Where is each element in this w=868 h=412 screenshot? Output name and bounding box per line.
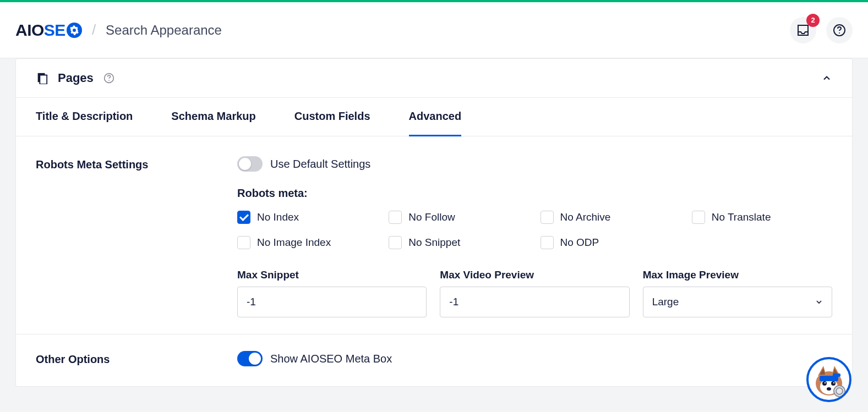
divider	[16, 334, 852, 334]
app-header: AIOSE / Search Appearance 2	[0, 2, 868, 58]
breadcrumb-separator: /	[92, 21, 96, 39]
checkbox	[692, 211, 705, 224]
other-options-label: Other Options	[36, 351, 237, 366]
check-label: No Follow	[408, 211, 455, 223]
section-title: Pages	[58, 71, 94, 85]
max-image-select[interactable]	[643, 287, 832, 317]
meta-box-toggle[interactable]	[237, 351, 263, 366]
check-no-archive[interactable]: No Archive	[541, 211, 681, 224]
check-no-odp[interactable]: No ODP	[541, 236, 681, 249]
check-no-follow[interactable]: No Follow	[389, 211, 529, 224]
robots-meta-heading: Robots meta:	[237, 187, 832, 200]
checkbox	[237, 211, 250, 224]
robots-meta-row: Robots Meta Settings Use Default Setting…	[36, 156, 832, 317]
checkbox	[389, 211, 402, 224]
tab-custom-fields[interactable]: Custom Fields	[294, 98, 370, 136]
svg-line-17	[843, 395, 846, 398]
check-no-index[interactable]: No Index	[237, 211, 378, 224]
max-image-group: Max Image Preview	[643, 269, 832, 317]
check-no-snippet[interactable]: No Snippet	[389, 236, 529, 249]
card-header: Pages	[16, 59, 852, 98]
notifications-button[interactable]: 2	[790, 17, 816, 43]
help-icon	[833, 24, 846, 37]
tab-schema-markup[interactable]: Schema Markup	[171, 98, 255, 136]
toggle-knob	[239, 158, 251, 170]
svg-point-11	[831, 381, 836, 386]
advanced-panel: Robots Meta Settings Use Default Setting…	[16, 136, 852, 386]
check-label: No Image Index	[257, 237, 331, 249]
notification-badge: 2	[806, 14, 820, 27]
max-snippet-group: Max Snippet	[237, 269, 427, 317]
logo-prefix: AIO	[15, 21, 44, 40]
checkbox	[541, 236, 554, 249]
collapse-icon[interactable]	[821, 73, 832, 84]
header-right: 2	[790, 17, 853, 43]
svg-point-13	[833, 382, 834, 383]
default-settings-toggle[interactable]	[237, 156, 263, 172]
logo-suffix: SE	[44, 21, 65, 40]
svg-point-14	[827, 387, 831, 391]
check-no-image-index[interactable]: No Image Index	[237, 236, 378, 249]
meta-box-label: Show AIOSEO Meta Box	[270, 353, 392, 365]
tabs: Title & Description Schema Markup Custom…	[16, 98, 852, 136]
svg-point-10	[822, 381, 827, 386]
aioseo-logo: AIOSE	[15, 21, 82, 40]
max-snippet-input[interactable]	[237, 287, 427, 317]
check-no-translate[interactable]: No Translate	[692, 211, 832, 224]
default-settings-label: Use Default Settings	[270, 158, 370, 171]
check-label: No Snippet	[408, 237, 460, 249]
default-settings-toggle-row: Use Default Settings	[237, 156, 832, 172]
tab-title-description[interactable]: Title & Description	[36, 98, 133, 136]
inbox-icon	[796, 24, 810, 37]
other-options-content: Show AIOSEO Meta Box	[237, 351, 832, 366]
check-label: No Index	[257, 211, 299, 223]
gear-icon	[67, 23, 82, 38]
tab-advanced[interactable]: Advanced	[409, 98, 462, 136]
robots-meta-label: Robots Meta Settings	[36, 156, 237, 317]
max-image-label: Max Image Preview	[643, 269, 832, 281]
checkbox	[541, 211, 554, 224]
check-label: No Translate	[712, 211, 771, 223]
max-image-select-wrap	[643, 287, 832, 317]
content-area: Pages Title & Description Schema Markup …	[0, 58, 868, 387]
svg-rect-9	[833, 373, 840, 377]
robots-meta-content: Use Default Settings Robots meta: No Ind…	[237, 156, 832, 317]
checkbox	[389, 236, 402, 249]
max-video-input[interactable]	[440, 287, 629, 317]
check-label: No ODP	[560, 237, 599, 249]
breadcrumb: Search Appearance	[106, 23, 222, 38]
checkbox	[237, 236, 250, 249]
svg-rect-3	[40, 75, 47, 85]
svg-point-5	[108, 80, 110, 81]
other-options-row: Other Options Show AIOSEO Meta Box	[36, 351, 832, 366]
pages-card: Pages Title & Description Schema Markup …	[15, 58, 853, 387]
help-button[interactable]	[826, 17, 853, 43]
section-help-icon[interactable]	[103, 73, 114, 84]
robots-check-grid: No Index No Follow No Archive No Transla…	[237, 211, 832, 249]
svg-point-1	[839, 32, 840, 34]
assistant-button[interactable]	[806, 357, 851, 402]
max-video-group: Max Video Preview	[440, 269, 629, 317]
max-inputs-grid: Max Snippet Max Video Preview Max Image …	[237, 269, 832, 317]
svg-point-12	[825, 382, 826, 383]
max-snippet-label: Max Snippet	[237, 269, 427, 281]
card-header-left: Pages	[36, 71, 114, 85]
toggle-knob	[249, 353, 261, 365]
meta-box-toggle-row: Show AIOSEO Meta Box	[237, 351, 832, 366]
header-left: AIOSE / Search Appearance	[15, 21, 222, 40]
check-label: No Archive	[560, 211, 611, 223]
assistant-avatar-icon	[810, 360, 848, 399]
pages-icon	[36, 72, 48, 84]
max-video-label: Max Video Preview	[440, 269, 629, 281]
